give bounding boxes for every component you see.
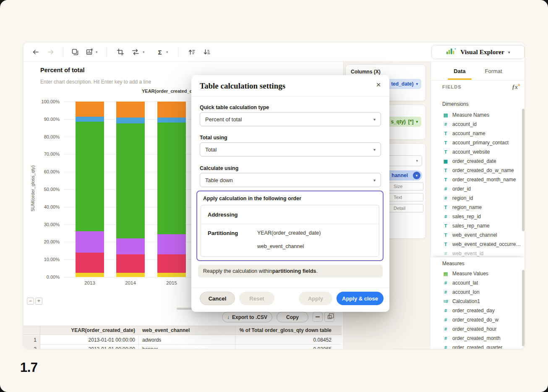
field-type-icon: # xyxy=(442,214,449,219)
back-icon[interactable] xyxy=(32,48,39,56)
apply-and-close-button[interactable]: Apply & close xyxy=(337,292,384,305)
bar-segment-purple[interactable] xyxy=(116,238,145,254)
field-item[interactable]: T sales_rep_name xyxy=(436,221,522,230)
bar-segment-yellow[interactable] xyxy=(76,273,104,277)
forward-icon[interactable] xyxy=(47,48,55,56)
field-item[interactable]: ▤ Measure Names xyxy=(436,110,522,120)
sort-descending-icon[interactable] xyxy=(203,48,211,56)
add-calculation-button[interactable]: ƒx+ xyxy=(512,83,520,91)
total-using-select[interactable]: Total ▾ xyxy=(200,142,381,157)
column-header[interactable]: YEAR(order_created_date) xyxy=(40,326,139,335)
maximize-table-button[interactable] xyxy=(324,312,334,322)
chevron-down-icon[interactable]: ▾ xyxy=(96,50,98,54)
close-icon[interactable]: × xyxy=(373,80,384,90)
bar-segment-purple[interactable] xyxy=(157,234,186,254)
measures-scrollbar[interactable] xyxy=(522,270,525,346)
stacked-bar-2013[interactable] xyxy=(76,102,104,277)
chevron-down-icon[interactable]: ▾ xyxy=(413,172,420,179)
calc-type-select[interactable]: Percent of total ▾ xyxy=(200,112,381,126)
bar-segment-yellow[interactable] xyxy=(116,273,145,277)
field-item[interactable]: # order_created_quarter xyxy=(436,343,522,349)
bar-segment-blue[interactable] xyxy=(157,118,186,123)
swap-axes-icon[interactable] xyxy=(132,48,139,56)
field-item[interactable]: T web_event_created_occurred... xyxy=(436,240,522,249)
bar-segment-crimson[interactable] xyxy=(116,254,145,273)
bar-segment-orange[interactable] xyxy=(157,102,186,118)
field-item[interactable]: # order_created_month xyxy=(436,334,522,343)
chart-description-placeholder[interactable]: Enter chart description. Hit Enter key t… xyxy=(40,79,151,85)
field-label: Calculation1 xyxy=(452,298,480,304)
field-type-icon: T xyxy=(442,168,449,173)
bar-segment-green[interactable] xyxy=(157,123,186,234)
field-item[interactable]: T order_created_do_w_name xyxy=(436,166,522,175)
zoom-in-button[interactable]: + xyxy=(35,298,42,305)
duplicate-chart-icon[interactable] xyxy=(71,48,79,56)
table-row[interactable]: 2 2013-01-01 00:00:00 banner 0.03065 xyxy=(23,345,342,349)
dimensions-scrollbar[interactable] xyxy=(522,109,525,231)
field-item[interactable]: ▦ order_created_date xyxy=(436,157,522,166)
bar-segment-crimson[interactable] xyxy=(76,253,104,273)
clear-chart-icon[interactable] xyxy=(86,48,93,56)
field-item[interactable]: T region_name xyxy=(436,203,522,212)
bar-segment-green[interactable] xyxy=(116,123,145,238)
field-item[interactable]: T order_created_month_name xyxy=(436,175,522,184)
field-item[interactable]: =# Calculation1 xyxy=(436,297,522,306)
table-row[interactable]: 1 2013-01-01 00:00:00 adwords 0.08452 xyxy=(23,335,342,345)
stacked-bar-2014[interactable] xyxy=(116,102,145,277)
minimize-table-button[interactable] xyxy=(313,312,323,322)
bar-segment-orange[interactable] xyxy=(116,102,145,118)
field-item[interactable]: # order_created_day xyxy=(436,306,522,315)
bar-segment-green[interactable] xyxy=(76,122,104,231)
tab-format[interactable]: Format xyxy=(485,68,502,74)
stacked-bar-2015[interactable] xyxy=(157,102,186,277)
field-item[interactable]: T account_website xyxy=(436,147,522,157)
chevron-down-icon: ▾ xyxy=(373,117,376,122)
field-item[interactable]: # account_lon xyxy=(436,287,522,297)
partitioning-field[interactable]: web_event_channel xyxy=(257,243,304,249)
field-item[interactable]: ▤ Measure Values xyxy=(436,269,522,278)
field-item[interactable]: # sales_rep_id xyxy=(436,212,522,221)
cancel-button[interactable]: Cancel xyxy=(200,292,235,305)
field-type-icon: =# xyxy=(442,299,449,304)
toolbar-divider xyxy=(107,47,107,57)
column-header[interactable]: web_event_channel xyxy=(139,326,235,335)
field-item[interactable]: T account_primary_contact xyxy=(436,138,522,147)
export-csv-button[interactable]: ↓ Export to .CSV xyxy=(222,312,272,322)
field-item[interactable]: # region_id xyxy=(436,193,522,203)
field-item[interactable]: # order_id xyxy=(436,184,522,193)
bar-segment-orange[interactable] xyxy=(76,102,104,117)
calculate-using-select[interactable]: Table down ▾ xyxy=(200,173,381,187)
sort-ascending-icon[interactable] xyxy=(188,48,196,56)
field-item[interactable]: # account_lat xyxy=(436,278,522,287)
field-type-icon: T xyxy=(442,131,449,136)
field-item[interactable]: # order_created_hour xyxy=(436,324,522,334)
field-label: order_created_do_w_name xyxy=(452,167,514,173)
bar-segment-yellow[interactable] xyxy=(157,273,186,277)
bar-segment-blue[interactable] xyxy=(116,118,145,124)
aggregate-sigma-icon[interactable]: Σ xyxy=(156,48,164,56)
bar-segment-blue[interactable] xyxy=(76,117,104,122)
toolbar: ▾ ▾ Σ ▾ Visual Explorer xyxy=(23,42,525,62)
reset-button[interactable]: Reset xyxy=(239,292,274,305)
zoom-out-button[interactable]: − xyxy=(27,298,34,305)
field-item[interactable]: # order_created_do_w xyxy=(436,315,522,324)
field-item[interactable]: T account_name xyxy=(436,129,522,138)
row-number-header[interactable] xyxy=(23,326,40,335)
field-item[interactable]: # account_id xyxy=(436,120,522,129)
mark-target-label: Detail xyxy=(394,206,405,211)
chart-title[interactable]: Percent of total xyxy=(40,67,85,73)
visual-explorer-switcher[interactable]: Visual Explorer ▾ xyxy=(431,45,525,59)
column-header[interactable]: % of Total order_gloss_qty down table xyxy=(235,326,342,335)
chevron-down-icon[interactable]: ▾ xyxy=(143,50,145,54)
y-axis-tick-label: 90.00% xyxy=(44,117,60,122)
field-item[interactable]: # web_event_id xyxy=(436,249,522,258)
partitioning-field[interactable]: YEAR(order_created_date) xyxy=(257,230,321,236)
tab-data[interactable]: Data xyxy=(454,68,465,74)
apply-button[interactable]: Apply xyxy=(299,292,332,305)
chevron-down-icon[interactable]: ▾ xyxy=(166,50,168,54)
field-item[interactable]: T web_event_channel xyxy=(436,230,522,240)
crop-icon[interactable] xyxy=(117,48,124,56)
bar-segment-purple[interactable] xyxy=(76,231,104,252)
bar-segment-crimson[interactable] xyxy=(157,254,186,273)
copy-button[interactable]: Copy xyxy=(277,312,308,322)
